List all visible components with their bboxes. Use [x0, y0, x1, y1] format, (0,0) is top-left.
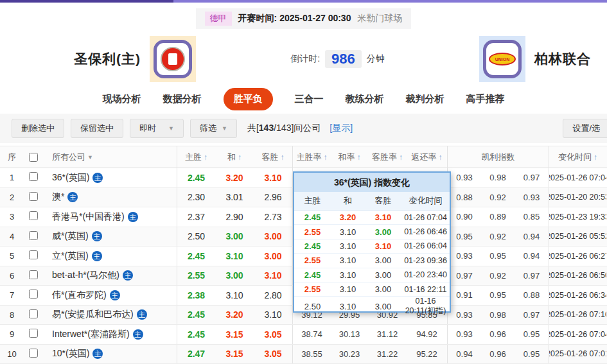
tab-referee-analysis[interactable]: 裁判分析: [406, 93, 444, 105]
tab-three-in-one[interactable]: 三合一: [295, 93, 324, 105]
company-name[interactable]: Interwet*(塞浦路斯): [52, 329, 130, 340]
company-name[interactable]: 威*(英国): [52, 230, 89, 242]
odds-cell[interactable]: 2.80: [254, 290, 292, 300]
row-checkbox[interactable]: [29, 349, 38, 358]
tab-live-analysis[interactable]: 现场分析: [103, 93, 141, 105]
company-name[interactable]: 立*(英国): [52, 250, 89, 262]
odds-cell[interactable]: 3.15: [215, 349, 254, 359]
chevron-down-icon: ▼: [87, 154, 93, 160]
company-name[interactable]: 易*(安提瓜和巴布达): [52, 309, 134, 320]
header-payout-rate[interactable]: 返还率↑: [407, 146, 447, 168]
row-checkbox[interactable]: [29, 211, 38, 220]
odds-cell[interactable]: 2.38: [177, 286, 215, 305]
row-checkbox[interactable]: [29, 309, 38, 318]
company-name[interactable]: 10*(英国): [52, 348, 89, 360]
odds-cell[interactable]: 2.45: [177, 168, 215, 187]
company-name[interactable]: 香港马*(中国香港): [52, 211, 125, 223]
toolbar: 删除选中 保留选中 即时 ▼ 筛选 ▼ 共[143/143]间公司 [显示] 设…: [0, 114, 607, 143]
odds-cell[interactable]: 2.45: [177, 325, 215, 344]
odds-cell[interactable]: 3.05: [254, 349, 292, 359]
keep-selected-button[interactable]: 保留选中: [71, 119, 123, 138]
odds-cell[interactable]: 3.10: [254, 173, 292, 183]
odds-cell[interactable]: 3.00: [254, 251, 292, 261]
select-all-checkbox[interactable]: [29, 153, 38, 162]
company-cell: bet-at-h*(马尔他)主: [43, 270, 177, 281]
sort-asc-icon: ↑: [594, 153, 597, 162]
odds-cell[interactable]: 3.20: [215, 309, 254, 320]
odds-cell[interactable]: 3.10: [215, 251, 254, 261]
odds-cell[interactable]: 3.20: [215, 173, 254, 183]
company-cell: 立*(英国)主: [43, 250, 177, 262]
header-draw-rate[interactable]: 和率↑: [331, 146, 368, 168]
header-change-time[interactable]: 变化时间↑: [549, 146, 606, 168]
company-name[interactable]: 36*(英国): [52, 172, 89, 184]
tab-data-analysis[interactable]: 数据分析: [163, 93, 202, 105]
tab-expert-picks[interactable]: 高手推荐: [466, 93, 505, 105]
row-checkbox[interactable]: [29, 250, 38, 259]
kelly-cell: 0.97: [515, 271, 549, 281]
company-name[interactable]: 伟*(直布罗陀): [52, 290, 107, 301]
odds-cell[interactable]: 3.10: [215, 290, 254, 300]
main-company-icon: 主: [133, 329, 143, 340]
odds-cell[interactable]: 3.15: [215, 329, 254, 340]
filter-dropdown[interactable]: 筛选 ▼: [190, 119, 237, 138]
odds-cell[interactable]: 2.73: [254, 212, 292, 222]
kelly-cell: 0.91: [447, 286, 481, 305]
kelly-cell: 0.94: [515, 251, 549, 261]
row-checkbox-cell: [24, 211, 43, 222]
odds-cell[interactable]: 2.47: [177, 345, 215, 364]
kelly-cell: 0.88: [447, 188, 481, 207]
header-home-odds[interactable]: 主胜↑: [177, 146, 215, 168]
company-count-text: 共[143/143]间公司: [247, 123, 321, 134]
header-home-rate[interactable]: 主胜率↑: [292, 146, 331, 168]
row-checkbox[interactable]: [29, 231, 38, 240]
odds-cell[interactable]: 3.10: [254, 309, 292, 320]
delete-selected-button[interactable]: 删除选中: [12, 119, 64, 138]
table-row: 1010*(英国)主2.473.153.0538.5530.2331.2295.…: [0, 345, 607, 364]
odds-cell[interactable]: 3.10: [254, 270, 292, 281]
main-company-icon: 主: [92, 349, 103, 359]
odds-cell[interactable]: 2.37: [177, 207, 215, 227]
header-away-odds[interactable]: 客胜↑: [254, 146, 292, 168]
row-seq: 3: [0, 212, 24, 221]
row-checkbox-cell: [24, 290, 43, 300]
show-link[interactable]: [显示]: [330, 123, 353, 134]
away-team-name: 柏林联合: [534, 50, 591, 68]
row-checkbox[interactable]: [29, 290, 38, 299]
odds-cell[interactable]: 2.30: [177, 188, 215, 207]
countdown-unit: 分钟: [367, 53, 385, 65]
odds-cell[interactable]: 3.05: [254, 329, 292, 340]
settings-button[interactable]: 设置/选: [563, 119, 607, 138]
tab-win-draw-lose[interactable]: 胜平负: [224, 88, 273, 110]
row-checkbox[interactable]: [29, 192, 38, 201]
row-checkbox[interactable]: [29, 172, 38, 181]
header-draw-odds[interactable]: 和↑: [215, 146, 254, 168]
row-checkbox-cell: [24, 250, 43, 261]
odds-cell[interactable]: 2.45: [177, 306, 215, 325]
header-company-label: 所有公司: [52, 152, 85, 163]
row-checkbox[interactable]: [29, 270, 38, 279]
kelly-cell: 0.96: [481, 349, 515, 359]
popup-odds-cell: 3.00: [365, 302, 401, 311]
tab-coach-analysis[interactable]: 教练分析: [346, 93, 384, 105]
instant-dropdown[interactable]: 即时 ▼: [130, 119, 184, 138]
company-name[interactable]: bet-at-h*(马尔他): [52, 270, 119, 281]
odds-cell[interactable]: 3.00: [215, 231, 254, 241]
odds-cell[interactable]: 2.90: [215, 212, 254, 222]
company-cell: 香港马*(中国香港)主: [43, 211, 177, 223]
odds-cell[interactable]: 2.96: [254, 192, 292, 202]
odds-cell[interactable]: 3.01: [215, 192, 254, 202]
company-name[interactable]: 澳*: [52, 191, 64, 203]
row-checkbox[interactable]: [29, 329, 38, 338]
change-time-cell: 2025-01-26 05:52: [549, 227, 606, 247]
popup-title: 36*(英国) 指数变化: [294, 173, 450, 192]
odds-cell[interactable]: 3.00: [215, 270, 254, 281]
header-company[interactable]: 所有公司 ▼: [43, 146, 177, 168]
countdown-value: 986: [325, 50, 362, 68]
odds-cell[interactable]: 3.00: [254, 231, 292, 241]
header-away-rate[interactable]: 客胜率↑: [368, 146, 407, 168]
kelly-cell: 0.95: [515, 349, 549, 359]
odds-cell[interactable]: 2.50: [177, 227, 215, 247]
odds-cell[interactable]: 2.55: [177, 266, 215, 286]
odds-cell[interactable]: 2.45: [177, 247, 215, 266]
